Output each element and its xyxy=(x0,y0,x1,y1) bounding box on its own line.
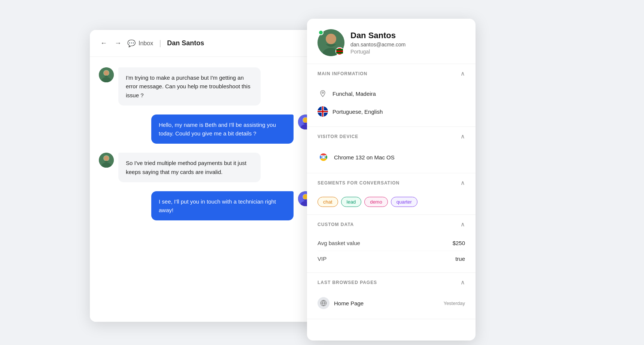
city-row: Funchal, Madeira xyxy=(318,85,465,103)
contact-info: Dan Santos dan.santos@acme.com Portugal xyxy=(350,31,465,55)
tag-chat[interactable]: chat xyxy=(318,197,338,207)
contact-email: dan.santos@acme.com xyxy=(350,42,465,48)
contact-header: Dan Santos dan.santos@acme.com Portugal xyxy=(307,19,476,64)
chat-messages: I'm trying to make a purchase but I'm ge… xyxy=(90,57,322,322)
custom-data-title: CUSTOM DATA xyxy=(318,222,354,227)
last-browsed-header[interactable]: LAST BROWSED PAGES ∧ xyxy=(307,273,476,292)
segments-header[interactable]: SEGMENTS FOR CONVERSATION ∧ xyxy=(307,173,476,192)
last-browsed-content: Home Page Yesterday xyxy=(307,292,476,319)
city-text: Funchal, Madeira xyxy=(332,91,376,97)
contact-country: Portugal xyxy=(350,49,465,55)
main-information-header[interactable]: MAIN INFORMATION ∧ xyxy=(307,64,476,83)
message-bubble-1: I'm trying to make a purchase but I'm ge… xyxy=(118,67,261,106)
tag-demo[interactable]: demo xyxy=(364,197,388,207)
last-browsed-section: LAST BROWSED PAGES ∧ Home Page Yesterday xyxy=(307,273,476,319)
segments-title: SEGMENTS FOR CONVERSATION xyxy=(318,180,400,186)
tag-quarter[interactable]: quarter xyxy=(391,197,417,207)
online-status-dot xyxy=(318,30,323,35)
main-information-section: MAIN INFORMATION ∧ Funchal, Madeira xyxy=(307,64,476,127)
languages-text: Portuguese, English xyxy=(332,109,383,115)
main-information-title: MAIN INFORMATION xyxy=(318,71,367,76)
main-information-content: Funchal, Madeira Portuguese, English xyxy=(307,83,476,126)
vip-value: true xyxy=(455,256,465,262)
language-flag-icon xyxy=(318,106,328,117)
svg-rect-20 xyxy=(336,51,343,52)
contact-avatar-wrap xyxy=(318,29,344,56)
svg-rect-28 xyxy=(322,106,323,117)
inbox-label-text: Inbox xyxy=(139,40,153,47)
message-row: I see, I'll put you in touch with a tech… xyxy=(99,191,313,221)
visitor-device-chevron: ∧ xyxy=(461,133,465,140)
last-browsed-chevron: ∧ xyxy=(461,279,465,286)
header-divider: | xyxy=(159,39,161,48)
last-browsed-title: LAST BROWSED PAGES xyxy=(318,280,377,285)
tags-row: chat lead demo quarter xyxy=(318,194,465,208)
browsed-page-label: Home Page xyxy=(334,300,439,306)
message-bubble-4: I see, I'll put you in touch with a tech… xyxy=(151,191,294,221)
visitor-device-header[interactable]: VISITOR DEVICE ∧ xyxy=(307,127,476,146)
message-bubble-2: Hello, my name is Beth and I'll be assis… xyxy=(151,115,294,144)
device-row: Chrome 132 on Mac OS xyxy=(318,147,465,167)
svg-point-32 xyxy=(322,156,325,158)
browsed-page-icon xyxy=(318,297,329,309)
languages-row: Portuguese, English xyxy=(318,103,465,120)
message-row: I'm trying to make a purchase but I'm ge… xyxy=(99,67,313,106)
country-flag-badge xyxy=(335,47,344,55)
svg-rect-19 xyxy=(336,49,343,51)
location-icon xyxy=(318,88,328,99)
message-row: So I've tried multiple method payments b… xyxy=(99,153,313,182)
svg-point-3 xyxy=(104,70,109,76)
custom-data-header[interactable]: CUSTOM DATA ∧ xyxy=(307,215,476,234)
custom-data-chevron: ∧ xyxy=(461,221,465,228)
svg-point-17 xyxy=(326,34,336,44)
avg-basket-label: Avg basket value xyxy=(318,240,360,246)
chat-window: ← → 💬 Inbox | Dan Santos I'm trying to m… xyxy=(90,30,322,322)
main-information-chevron: ∧ xyxy=(461,70,465,77)
inbox-nav[interactable]: 💬 Inbox xyxy=(127,39,153,48)
back-button[interactable]: ← xyxy=(99,38,109,49)
right-panel: Dan Santos dan.santos@acme.com Portugal … xyxy=(307,19,476,341)
inbox-icon: 💬 xyxy=(127,39,136,48)
svg-point-22 xyxy=(322,92,323,93)
device-text: Chrome 132 on Mac OS xyxy=(334,154,395,161)
forward-button[interactable]: → xyxy=(113,38,123,49)
browsed-page-time: Yesterday xyxy=(444,300,465,306)
user-avatar xyxy=(99,67,114,82)
contact-name: Dan Santos xyxy=(350,31,465,40)
custom-data-row-1: Avg basket value $250 xyxy=(318,235,465,251)
user-avatar-2 xyxy=(99,153,114,168)
custom-data-content: Avg basket value $250 VIP true xyxy=(307,234,476,272)
custom-data-section: CUSTOM DATA ∧ Avg basket value $250 VIP … xyxy=(307,215,476,273)
tag-lead[interactable]: lead xyxy=(341,197,362,207)
visitor-device-title: VISITOR DEVICE xyxy=(318,134,358,139)
chrome-icon xyxy=(318,151,329,163)
segments-content: chat lead demo quarter xyxy=(307,192,476,214)
browsed-row-1: Home Page Yesterday xyxy=(318,293,465,313)
chat-header: ← → 💬 Inbox | Dan Santos xyxy=(90,30,322,57)
svg-point-11 xyxy=(104,156,109,161)
vip-label: VIP xyxy=(318,256,326,262)
avg-basket-value: $250 xyxy=(453,240,465,246)
visitor-device-section: VISITOR DEVICE ∧ xyxy=(307,127,476,173)
message-row: Hello, my name is Beth and I'll be assis… xyxy=(99,115,313,144)
segments-chevron: ∧ xyxy=(461,179,465,186)
chat-contact-name: Dan Santos xyxy=(167,39,204,47)
visitor-device-content: Chrome 132 on Mac OS xyxy=(307,146,476,173)
segments-section: SEGMENTS FOR CONVERSATION ∧ chat lead de… xyxy=(307,173,476,215)
svg-rect-21 xyxy=(336,52,343,54)
message-bubble-3: So I've tried multiple method payments b… xyxy=(118,153,261,182)
custom-data-row-2: VIP true xyxy=(318,251,465,266)
